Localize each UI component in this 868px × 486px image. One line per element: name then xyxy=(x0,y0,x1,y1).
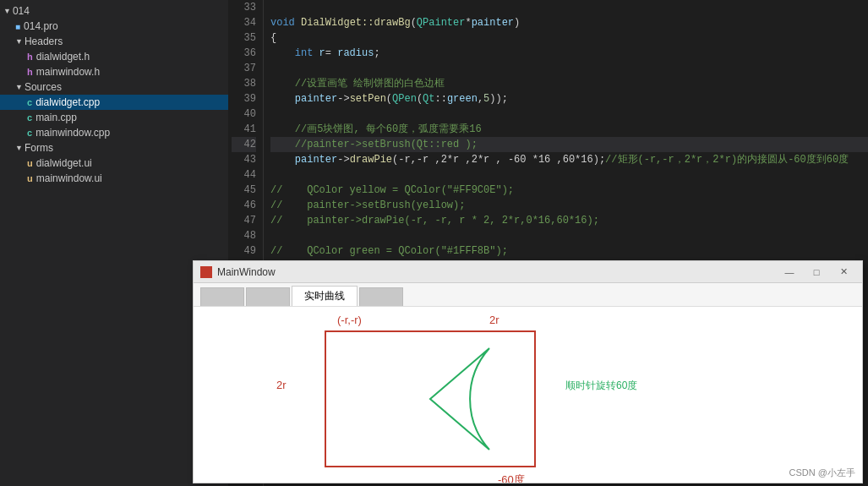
code-line: int r= radius; xyxy=(270,46,868,61)
root-folder-label: 014 xyxy=(13,5,30,17)
code-line: //设置画笔 绘制饼图的白色边框 xyxy=(270,76,868,91)
preview-tabs: 实时曲线 xyxy=(194,283,862,307)
sidebar-item-dialwidget-ui[interactable]: u dialwidget.ui xyxy=(0,156,228,171)
code-line: // painter->setBrush(yellow); xyxy=(270,198,868,213)
expand-arrow: ▼ xyxy=(15,83,23,91)
preview-window: MainWindow — □ ✕ 实时曲线 (-r,-r) 2r 2r -60度… xyxy=(193,260,863,483)
preview-body: (-r,-r) 2r 2r -60度 顺时针旋转60度 CSDN @小左手 xyxy=(194,307,862,483)
preview-title: MainWindow xyxy=(217,266,276,278)
cpp-icon: c xyxy=(27,128,32,138)
tab-blurred-1[interactable] xyxy=(200,287,244,306)
close-button[interactable]: ✕ xyxy=(832,264,855,281)
code-line xyxy=(270,167,868,183)
ui-icon: u xyxy=(27,158,33,168)
code-line: // QColor green = QColor("#1FFF8B"); xyxy=(270,243,868,259)
code-line xyxy=(270,228,868,243)
ui-icon: u xyxy=(27,173,33,183)
app-icon xyxy=(200,266,212,278)
rotation-label: 顺时针旋转60度 xyxy=(565,379,637,393)
cpp-icon: c xyxy=(27,97,32,107)
file-label: main.cpp xyxy=(35,112,77,123)
bottom-annotation: -60度 xyxy=(498,472,525,483)
top-right-annotation: 2r xyxy=(489,314,500,326)
minimize-button[interactable]: — xyxy=(778,264,801,281)
root-folder[interactable]: ▼ 014 xyxy=(0,3,228,19)
sidebar-item-forms[interactable]: ▼ Forms xyxy=(0,140,228,156)
sidebar-item-mainwindow-cpp[interactable]: c mainwindow.cpp xyxy=(0,125,228,140)
sidebar-item-dialwidget-cpp[interactable]: c dialwidget.cpp xyxy=(0,95,228,110)
h-icon: h xyxy=(27,52,33,62)
folder-label: Forms xyxy=(25,142,53,154)
maximize-button[interactable]: □ xyxy=(805,264,828,281)
code-line: painter->drawPie(-r,-r ,2*r ,2*r , -60 *… xyxy=(270,152,868,167)
code-line: { xyxy=(270,30,868,46)
sidebar-item-sources[interactable]: ▼ Sources xyxy=(0,79,228,95)
code-line: //画5块饼图, 每个60度，弧度需要乘16 xyxy=(270,122,868,137)
pro-icon: ■ xyxy=(15,22,20,31)
expand-arrow: ▼ xyxy=(3,7,11,15)
preview-titlebar: MainWindow — □ ✕ xyxy=(194,261,862,283)
left-annotation: 2r xyxy=(276,379,287,391)
code-line: painter->setPen(QPen(Qt::green,5)); xyxy=(270,91,868,106)
code-line xyxy=(270,106,868,122)
sidebar-item-headers[interactable]: ▼ Headers xyxy=(0,34,228,49)
expand-arrow: ▼ xyxy=(15,144,23,152)
top-left-annotation: (-r,-r) xyxy=(337,314,362,326)
cpp-icon: c xyxy=(27,112,32,123)
code-line xyxy=(270,0,868,15)
sidebar-item-014pro[interactable]: ■ 014.pro xyxy=(0,19,228,34)
h-icon: h xyxy=(27,67,33,77)
green-pie-shape xyxy=(325,330,536,467)
window-controls: — □ ✕ xyxy=(778,264,855,281)
file-label: 014.pro xyxy=(24,20,58,32)
tab-realtime-curve[interactable]: 实时曲线 xyxy=(292,286,358,306)
file-label: mainwindow.ui xyxy=(36,172,102,184)
code-line: // QColor yellow = QColor("#FF9C0E"); xyxy=(270,183,868,198)
tab-blurred-3[interactable] xyxy=(359,287,403,306)
watermark: CSDN @小左手 xyxy=(789,467,855,479)
tab-blurred-2[interactable] xyxy=(246,287,290,306)
code-line: // painter->drawPie(-r, -r, r * 2, 2*r,0… xyxy=(270,213,868,228)
file-label: dialwidget.ui xyxy=(36,157,92,169)
sidebar-item-dialwidget-h[interactable]: h dialwidget.h xyxy=(0,49,228,64)
sidebar-item-main-cpp[interactable]: c main.cpp xyxy=(0,110,228,125)
code-line: //painter->setBrush(Qt::red ); xyxy=(270,137,868,152)
expand-arrow: ▼ xyxy=(15,37,23,46)
code-line: void DialWidget::drawBg(QPainter*painter… xyxy=(270,15,868,30)
folder-label: Headers xyxy=(25,35,63,47)
sidebar-item-mainwindow-ui[interactable]: u mainwindow.ui xyxy=(0,171,228,186)
file-label: dialwidget.cpp xyxy=(35,96,100,108)
file-label: dialwidget.h xyxy=(36,51,90,63)
sidebar-item-mainwindow-h[interactable]: h mainwindow.h xyxy=(0,64,228,79)
file-label: mainwindow.cpp xyxy=(35,127,110,139)
code-line xyxy=(270,61,868,76)
file-label: mainwindow.h xyxy=(36,66,100,78)
folder-label: Sources xyxy=(25,81,62,93)
